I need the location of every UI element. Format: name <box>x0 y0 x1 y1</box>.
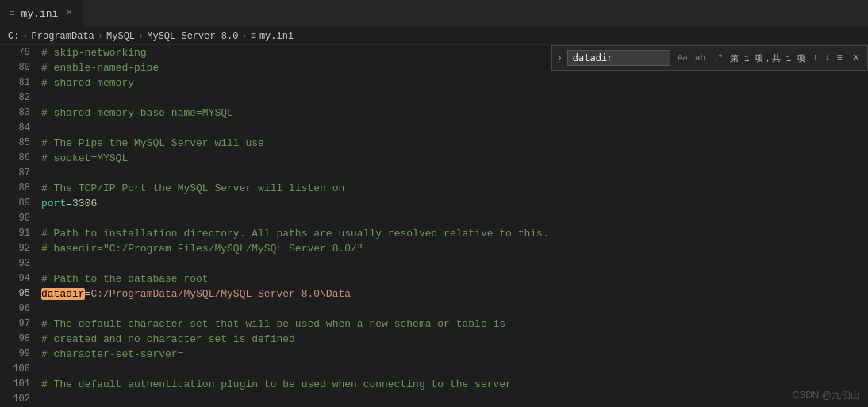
code-line: # basedir="C:/Program Files/MySQL/MySQL … <box>41 241 868 256</box>
search-widget: › Aa ab .* 第 1 项，共 1 项 ↑ ↓ ≡ × <box>551 45 868 71</box>
code-line: # character-set-server= <box>41 347 868 362</box>
line-number: 101 <box>0 377 30 392</box>
code-line: # The Pipe the MySQL Server will use <box>41 136 868 151</box>
line-number: 88 <box>0 181 30 196</box>
line-number: 92 <box>0 241 30 256</box>
line-number: 94 <box>0 271 30 286</box>
line-number: 97 <box>0 317 30 332</box>
line-number: 102 <box>0 392 30 407</box>
code-line: # created and no character set is define… <box>41 332 868 347</box>
search-case-sensitive[interactable]: Aa <box>675 52 690 63</box>
code-area: # skip-networking# enable-named-pipe# sh… <box>38 45 868 407</box>
breadcrumb-mysql: MySQL <box>106 31 135 42</box>
editor-container: › Aa ab .* 第 1 项，共 1 项 ↑ ↓ ≡ × 798081828… <box>0 45 868 407</box>
breadcrumb-c: C: <box>8 31 19 42</box>
line-number: 79 <box>0 45 30 60</box>
code-line <box>41 392 868 407</box>
line-number: 83 <box>0 106 30 121</box>
code-line: # shared-memory-base-name=MYSQL <box>41 106 868 121</box>
code-line <box>41 256 868 271</box>
search-close-button[interactable]: × <box>850 51 862 65</box>
search-expand-icon[interactable]: › <box>557 53 563 63</box>
breadcrumb-programdata: ProgramData <box>32 31 94 42</box>
line-numbers: 7980818283848586878889909192939495969798… <box>0 45 38 407</box>
line-number: 90 <box>0 211 30 226</box>
watermark: CSDN @九仞山 <box>792 389 860 402</box>
line-number: 93 <box>0 256 30 271</box>
code-line <box>41 121 868 136</box>
line-number: 80 <box>0 60 30 75</box>
line-number: 82 <box>0 90 30 106</box>
code-line <box>41 211 868 226</box>
code-line <box>41 90 868 106</box>
code-line: # Path to installation directory. All pa… <box>41 226 868 241</box>
search-regex[interactable]: .* <box>710 52 725 63</box>
code-line: # The default character set that will be… <box>41 317 868 332</box>
search-options: Aa ab .* <box>675 52 726 63</box>
breadcrumb-icon: ≡ <box>251 31 256 42</box>
code-line <box>41 166 868 181</box>
search-prev-button[interactable]: ↑ <box>810 52 820 64</box>
search-count: 第 1 项，共 1 项 <box>730 52 805 64</box>
tab-my-ini[interactable]: ≡ my.ini × <box>0 0 84 27</box>
breadcrumb-server: MySQL Server 8.0 <box>147 31 238 42</box>
search-input[interactable] <box>567 50 670 66</box>
line-number: 96 <box>0 301 30 317</box>
search-menu-button[interactable]: ≡ <box>834 52 844 64</box>
line-number: 81 <box>0 75 30 90</box>
line-number: 87 <box>0 166 30 181</box>
line-number: 98 <box>0 332 30 347</box>
line-number: 86 <box>0 151 30 166</box>
code-line: # The TCP/IP Port the MySQL Server will … <box>41 181 868 196</box>
file-icon: ≡ <box>10 9 15 18</box>
line-number: 100 <box>0 362 30 377</box>
line-number: 99 <box>0 347 30 362</box>
code-line <box>41 301 868 317</box>
code-line: datadir=C:/ProgramData/MySQL/MySQL Serve… <box>41 286 868 301</box>
line-number: 89 <box>0 196 30 211</box>
breadcrumb-filename: my.ini <box>259 31 294 42</box>
breadcrumb: C: › ProgramData › MySQL › MySQL Server … <box>0 28 868 45</box>
line-number: 95 <box>0 286 30 301</box>
code-line <box>41 362 868 377</box>
line-number: 85 <box>0 136 30 151</box>
code-line: # Path to the database root <box>41 271 868 286</box>
line-number: 84 <box>0 121 30 136</box>
code-line: # socket=MYSQL <box>41 151 868 166</box>
line-number: 91 <box>0 226 30 241</box>
tab-close-button[interactable]: × <box>64 6 73 21</box>
code-line: port=3306 <box>41 196 868 211</box>
search-whole-word[interactable]: ab <box>693 52 708 63</box>
code-line: # shared-memory <box>41 75 868 90</box>
tab-label: my.ini <box>21 8 59 20</box>
search-navigation: ↑ ↓ ≡ <box>810 52 845 64</box>
tab-bar: ≡ my.ini × <box>0 0 868 28</box>
code-line: # The default authentication plugin to b… <box>41 377 868 392</box>
search-next-button[interactable]: ↓ <box>822 52 832 64</box>
